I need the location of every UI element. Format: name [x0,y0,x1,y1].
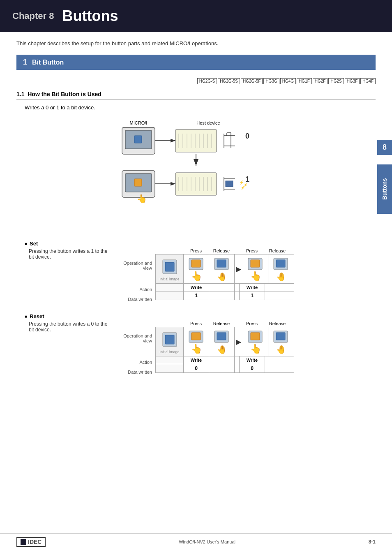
footer: IDEC WindO/I-NV2 User's Manual 8-1 [0,533,392,547]
reset-col-release-2: Release [265,321,290,326]
action-press1-reset: Write [184,356,209,364]
model-tag-hg2s: HG2S [328,78,344,84]
svg-text:🤚: 🤚 [276,345,286,354]
reset-press-1-image: 👆 [184,327,209,356]
data-gap-set [235,291,240,300]
reset-description: Pressing the button writes a 0 to the bi… [29,321,111,333]
svg-rect-29 [175,173,217,195]
col-release-2: Release [265,248,290,253]
data-release2-set [265,291,291,300]
data-written-label-set: Data written [119,297,152,302]
col-press-2: Press [239,248,265,253]
svg-rect-4 [134,136,142,143]
model-tag-hg2gs: HG2G-S [197,78,217,84]
data-row-label-reset [156,364,184,372]
svg-text:👆: 👆 [191,271,202,281]
page-content: This chapter describes the setup for the… [0,40,392,402]
data-release1-set [209,291,235,300]
svg-rect-58 [251,260,260,267]
model-tag-hg4g: HG4G [280,78,296,84]
action-gap-reset [235,356,240,364]
sidebar-chapter-number: 8 [377,140,392,155]
reset-release-1-image: 🤚 [209,327,235,356]
action-label-reset: Action [119,360,152,365]
model-tag-hg2f: HG2F [313,78,328,84]
set-description: Pressing the button writes a 1 to the bi… [29,248,111,260]
svg-rect-50 [165,262,174,271]
arrow-reset: ▶ [235,338,243,346]
logo-text: IDEC [28,539,42,545]
svg-text:🤚: 🤚 [217,345,227,354]
reset-label: Reset [25,313,376,319]
reset-col-press-2: Press [239,321,265,326]
data-press2-reset: 0 [240,364,265,372]
reset-col-press-1: Press [183,321,209,326]
svg-rect-72 [251,333,260,340]
set-operation-diagram: Operation andview Action Data written Pr… [119,248,294,302]
svg-text:Host device: Host device [196,120,220,125]
manual-title: WindO/I-NV2 User's Manual [179,539,235,544]
svg-text:⚡: ⚡ [240,185,245,190]
svg-rect-69 [217,333,226,340]
reset-press-2-image: 👆 [243,327,268,356]
svg-text:0: 0 [245,132,249,140]
chapter-label: Chapter 8 [12,11,54,21]
set-label: Set [25,240,376,247]
section-number: 1 [23,58,27,67]
reset-col-release-1: Release [209,321,234,326]
model-tags: HG2G-S HG2G-5S HG2G-5F HG3G HG4G HG1F HG… [16,78,376,84]
section-title: Bit Button [32,59,64,66]
data-row-label-set [156,291,184,300]
model-tag-hg1f: HG1F [297,78,312,84]
release-2-image-set: 🤚 [268,254,294,283]
svg-text:🤚: 🤚 [217,272,227,281]
svg-rect-6 [175,130,217,152]
svg-rect-55 [217,260,226,267]
action-press1-set: Write [184,284,209,291]
data-release2-reset [265,364,291,372]
op-view-label-reset: Operation andview [119,333,152,343]
data-press1-set: 1 [184,291,209,300]
svg-rect-66 [191,333,201,340]
data-release1-reset [209,364,235,372]
arrow-set: ▶ [235,265,243,273]
svg-text:🤚: 🤚 [276,272,286,281]
svg-rect-61 [276,260,285,267]
model-tag-hg2g5f: HG2G-5F [241,78,263,84]
set-section: Set Pressing the button writes a 1 to th… [25,240,376,302]
svg-rect-75 [276,333,285,340]
data-press2-set: 1 [240,291,265,300]
sidebar-chapter-label: Buttons [377,164,392,214]
svg-text:👆: 👆 [191,343,202,354]
col-press-1: Press [183,248,209,253]
initial-image-cell-reset: Initial image [156,327,184,356]
svg-text:👆: 👆 [250,343,261,354]
release-1-image-set: 🤚 [209,254,235,283]
svg-text:1: 1 [245,175,249,183]
model-tag-hg3f: HG3F [345,78,360,84]
svg-rect-26 [134,179,142,186]
press-2-image-set: 👆 [243,254,268,283]
model-tag-hg2g5s: HG2G-5S [218,78,240,84]
subsection-1-1-title: 1.1 How the Bit Button is Used [16,91,376,99]
data-press1-reset: 0 [184,364,209,372]
main-diagram: MICRO/I Host device [16,117,376,232]
reset-release-2-image: 🤚 [268,327,294,356]
chapter-title: Buttons [62,7,118,25]
action-release1-set [209,284,235,291]
subsection-desc: Writes a 0 or 1 to a bit device. [25,104,376,111]
reset-operation-diagram: Operation andview Action Data written Pr… [119,321,294,375]
action-press2-reset: Write [240,356,265,364]
model-tag-hg4f: HG4F [360,78,376,84]
action-release2-set [265,284,291,291]
chapter-header: Chapter 8 Buttons [0,0,392,32]
page-number: 8-1 [369,539,376,545]
action-row-label-reset [156,356,184,364]
initial-image-cell-set: Initial image [156,254,184,283]
model-tag-hg3g: HG3G [263,78,279,84]
section-1-header: 1 Bit Button [16,55,376,70]
svg-text:👆: 👆 [137,194,147,204]
press-1-image-set: 👆 [184,254,209,283]
idec-logo: IDEC [16,537,46,547]
intro-text: This chapter describes the setup for the… [16,40,376,46]
